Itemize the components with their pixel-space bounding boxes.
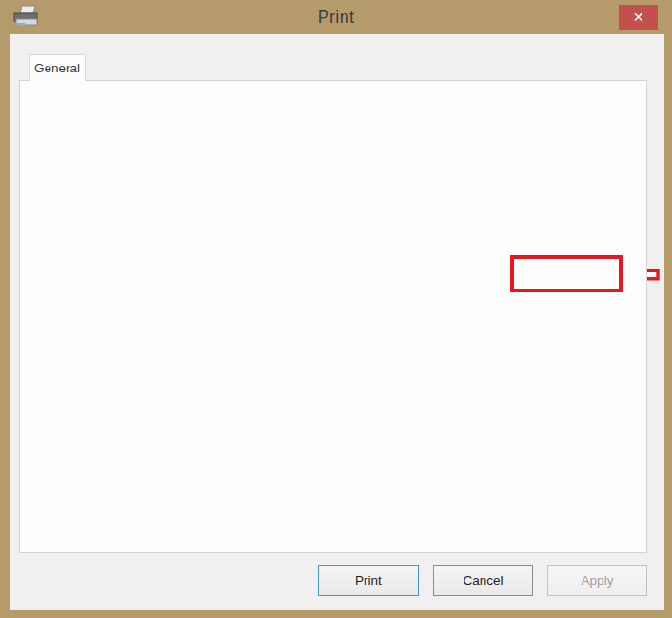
close-icon: ✕ <box>633 10 644 25</box>
tab-general-label: General <box>34 61 80 75</box>
window-title: Print <box>0 8 672 28</box>
cancel-button-label: Cancel <box>463 573 503 588</box>
close-button[interactable]: ✕ <box>619 5 658 30</box>
print-dialog: Print ✕ General Select Printer YSoft Saf… <box>0 0 672 618</box>
print-button-label: Print <box>355 573 382 588</box>
tab-page-general <box>19 80 647 553</box>
print-button[interactable]: Print <box>318 565 419 596</box>
apply-button-label: Apply <box>582 573 614 588</box>
cancel-button[interactable]: Cancel <box>433 565 533 596</box>
tab-general[interactable]: General <box>29 54 86 81</box>
titlebar: Print ✕ <box>0 0 672 34</box>
apply-button[interactable]: Apply <box>547 565 647 596</box>
